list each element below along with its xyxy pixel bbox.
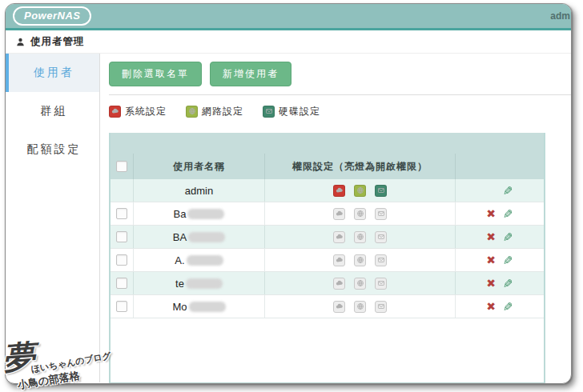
network-globe-icon[interactable] xyxy=(354,301,366,313)
user-icon xyxy=(15,37,26,47)
row-checkbox[interactable] xyxy=(116,301,127,312)
delete-user-icon[interactable]: ✖ xyxy=(486,231,496,242)
disk-mail-icon[interactable] xyxy=(375,185,387,197)
row-checkbox[interactable] xyxy=(116,254,127,266)
row-username: BA xyxy=(173,231,187,243)
delete-user-icon[interactable]: ✖ xyxy=(486,208,496,219)
row-username: Ba xyxy=(174,208,187,220)
legend-label: 網路設定 xyxy=(202,105,243,118)
permissions-legend: 系統設定 網路設定 硬碟設定 xyxy=(109,102,571,120)
legend-label: 系統設定 xyxy=(125,105,167,118)
row-checkbox[interactable] xyxy=(116,231,127,242)
system-cloud-icon[interactable] xyxy=(333,278,345,290)
network-globe-icon[interactable] xyxy=(354,278,366,290)
page-header: 使用者管理 xyxy=(6,30,571,54)
column-header-permissions: 權限設定（亮燈為開啟權限） xyxy=(292,160,428,174)
redaction-blur xyxy=(188,232,225,242)
row-username: A. xyxy=(175,254,184,266)
network-globe-icon[interactable] xyxy=(354,185,366,197)
sidebar-item-users[interactable]: 使用者 xyxy=(6,54,99,92)
toolbar-divider xyxy=(109,94,571,95)
legend-label: 硬碟設定 xyxy=(279,105,320,118)
powernas-logo: PowerNAS xyxy=(13,6,91,26)
row-username: admin xyxy=(185,185,213,197)
edit-user-icon[interactable]: ✎ xyxy=(503,231,513,243)
table-row: Mo ✖ ✎ xyxy=(111,295,544,318)
row-username: Mo xyxy=(172,301,187,313)
screenshot-canvas: PowerNAS adm 使用者管理 使用者 群組 配額設定 刪除選取名單 新增… xyxy=(0,0,583,392)
content-body: 使用者 群組 配額設定 刪除選取名單 新增使用者 系統設定 xyxy=(6,54,571,382)
legend-item-disk: 硬碟設定 xyxy=(263,105,320,118)
row-checkbox[interactable] xyxy=(116,278,127,289)
redaction-blur xyxy=(189,302,226,312)
network-globe-icon[interactable] xyxy=(354,254,366,266)
table-row: A. ✖ ✎ xyxy=(111,249,544,272)
browser-window: PowerNAS adm 使用者管理 使用者 群組 配額設定 刪除選取名單 新增… xyxy=(5,3,572,384)
delete-user-icon[interactable]: ✖ xyxy=(486,301,496,312)
toolbar: 刪除選取名單 新增使用者 xyxy=(109,62,571,86)
user-table-header: 使用者名稱 權限設定（亮燈為開啟權限） xyxy=(111,133,544,179)
user-table: 使用者名稱 權限設定（亮燈為開啟權限） admin ✖ xyxy=(109,133,545,384)
disk-mail-icon[interactable] xyxy=(375,301,387,313)
edit-user-icon[interactable]: ✎ xyxy=(503,185,513,197)
disk-mail-icon[interactable] xyxy=(375,208,387,220)
disk-mail-icon[interactable] xyxy=(375,231,387,243)
sidebar-item-groups[interactable]: 群組 xyxy=(6,92,99,130)
logged-in-user[interactable]: adm xyxy=(550,10,570,22)
app-topbar: PowerNAS adm xyxy=(6,4,571,30)
user-table-body: admin ✖ ✎ Ba ✖ ✎ xyxy=(111,179,544,318)
table-row: Ba ✖ ✎ xyxy=(111,202,544,226)
network-globe-icon[interactable] xyxy=(354,231,366,243)
disk-mail-icon[interactable] xyxy=(375,254,387,266)
edit-user-icon[interactable]: ✎ xyxy=(503,208,513,220)
disk-mail-icon[interactable] xyxy=(375,278,387,290)
add-user-button[interactable]: 新增使用者 xyxy=(210,62,292,86)
redaction-blur xyxy=(187,209,224,219)
system-cloud-icon[interactable] xyxy=(333,185,345,197)
table-row: BA ✖ ✎ xyxy=(111,226,544,249)
system-cloud-icon[interactable] xyxy=(333,208,345,220)
column-header-username: 使用者名稱 xyxy=(173,160,225,174)
row-username: te xyxy=(175,278,184,290)
delete-selected-button[interactable]: 刪除選取名單 xyxy=(109,62,202,86)
table-row: admin ✖ ✎ xyxy=(111,179,544,202)
main-panel: 刪除選取名單 新增使用者 系統設定 網路設定 硬碟設定 xyxy=(100,54,571,382)
table-empty-area xyxy=(111,318,544,382)
edit-user-icon[interactable]: ✎ xyxy=(503,301,513,313)
edit-user-icon[interactable]: ✎ xyxy=(503,278,513,290)
system-cloud-icon[interactable] xyxy=(333,231,345,243)
system-cloud-icon[interactable] xyxy=(333,301,345,313)
edit-user-icon[interactable]: ✎ xyxy=(503,254,513,266)
network-globe-icon xyxy=(186,106,198,118)
select-all-checkbox[interactable] xyxy=(116,161,127,172)
sidebar-item-quota[interactable]: 配額設定 xyxy=(6,130,99,169)
legend-item-network: 網路設定 xyxy=(186,105,243,118)
delete-user-icon[interactable]: ✖ xyxy=(486,278,496,289)
delete-user-icon[interactable]: ✖ xyxy=(486,254,496,266)
sidebar-nav: 使用者 群組 配額設定 xyxy=(6,54,100,382)
page-title: 使用者管理 xyxy=(30,35,85,49)
legend-item-system: 系統設定 xyxy=(109,105,167,118)
redaction-blur xyxy=(187,255,223,266)
row-checkbox[interactable] xyxy=(116,208,127,219)
system-cloud-icon xyxy=(109,106,121,118)
table-row: te ✖ ✎ xyxy=(111,272,544,295)
system-cloud-icon[interactable] xyxy=(333,254,345,266)
disk-mail-icon xyxy=(263,106,275,118)
network-globe-icon[interactable] xyxy=(354,208,366,220)
redaction-blur xyxy=(186,278,223,289)
